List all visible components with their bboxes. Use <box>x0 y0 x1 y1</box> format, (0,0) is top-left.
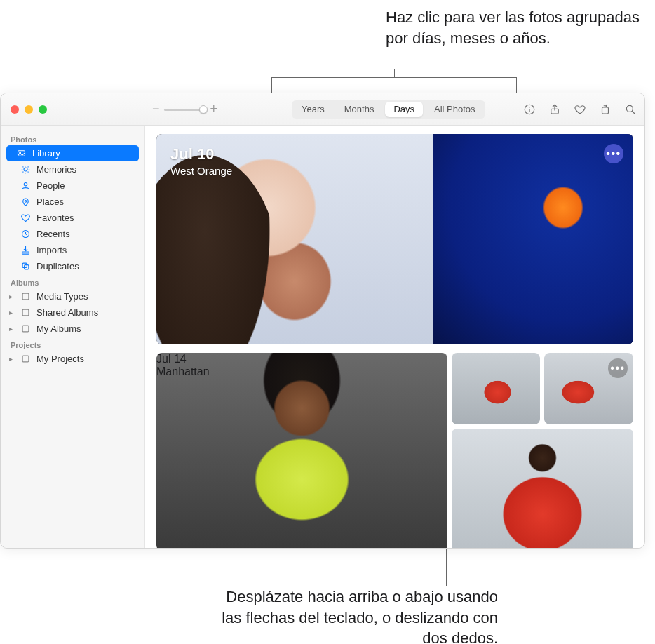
svg-rect-4 <box>602 107 609 114</box>
svg-line-6 <box>632 111 635 114</box>
photo-thumbnail[interactable] <box>452 429 633 548</box>
favorite-icon[interactable] <box>573 102 587 116</box>
sidebar-item-label: Places <box>36 196 64 207</box>
tab-days[interactable]: Days <box>385 102 423 117</box>
minimize-window-button[interactable] <box>25 105 33 114</box>
sidebar-item-favorites[interactable]: Favorites <box>1 210 144 226</box>
more-button[interactable]: ••• <box>608 358 628 378</box>
more-button[interactable]: ••• <box>604 144 623 163</box>
chevron-right-icon: ▸ <box>9 355 13 363</box>
share-icon[interactable] <box>548 102 562 116</box>
sidebar-item-label: People <box>36 180 65 191</box>
sidebar: Photos Library Memories People Places Fa… <box>1 126 145 548</box>
main-content[interactable]: Jul 10 West Orange ••• Jul 14 Manhattan <box>145 126 644 548</box>
callout-bottom-text: Desplázate hacia arriba o abajo usando l… <box>203 586 498 644</box>
sidebar-item-recents[interactable]: Recents <box>1 226 144 242</box>
svg-point-11 <box>25 201 27 203</box>
day-place: West Orange <box>170 165 232 177</box>
day-group: Jul 10 West Orange ••• <box>156 134 633 344</box>
rotate-icon[interactable] <box>598 102 612 116</box>
sidebar-item-shared-albums[interactable]: ▸ Shared Albums <box>1 304 144 321</box>
day-header: Jul 14 Manhattan <box>156 353 447 378</box>
sidebar-item-label: Library <box>32 148 60 159</box>
window-body: Photos Library Memories People Places Fa… <box>1 126 644 548</box>
traffic-lights <box>11 105 47 114</box>
zoom-slider[interactable] <box>164 108 206 111</box>
sidebar-item-label: Favorites <box>36 213 74 223</box>
callout-top-text: Haz clic para ver las fotos agrupadas po… <box>386 7 652 48</box>
sidebar-item-label: Memories <box>36 164 76 175</box>
sidebar-section-projects: Projects <box>1 337 144 351</box>
zoom-window-button[interactable] <box>39 105 47 114</box>
sidebar-item-my-albums[interactable]: ▸ My Albums <box>1 321 144 337</box>
zoom-slider-knob[interactable] <box>199 105 208 114</box>
photo-grid: ••• <box>452 353 633 548</box>
day-hero-photo[interactable]: Jul 14 Manhattan <box>156 353 447 548</box>
zoom-in-button[interactable]: + <box>210 102 218 116</box>
chevron-right-icon: ▸ <box>9 293 13 300</box>
day-hero-photo[interactable]: Jul 10 West Orange ••• <box>156 134 633 344</box>
sidebar-item-label: Duplicates <box>36 261 79 271</box>
day-date: Jul 14 <box>156 353 447 365</box>
zoom-controls: − + <box>152 102 217 116</box>
photo-thumbnail[interactable] <box>452 353 541 424</box>
svg-rect-19 <box>22 356 29 362</box>
sidebar-section-photos: Photos <box>1 131 144 145</box>
day-date: Jul 10 <box>170 145 232 163</box>
photos-window: − + Years Months Days All Photos <box>0 93 645 549</box>
chevron-right-icon: ▸ <box>9 309 13 316</box>
search-icon[interactable] <box>623 102 637 116</box>
sidebar-item-duplicates[interactable]: Duplicates <box>1 258 144 274</box>
callout-top-leader <box>271 77 517 93</box>
sidebar-item-label: Shared Albums <box>36 307 98 318</box>
sidebar-item-people[interactable]: People <box>1 177 144 194</box>
tab-years[interactable]: Years <box>292 100 335 119</box>
svg-point-9 <box>24 168 27 171</box>
sidebar-item-places[interactable]: Places <box>1 194 144 210</box>
photo-thumbnail[interactable]: ••• <box>544 353 633 424</box>
callout-bottom-leader <box>446 549 447 586</box>
sidebar-item-memories[interactable]: Memories <box>1 161 144 177</box>
svg-point-10 <box>24 182 27 185</box>
sidebar-item-label: Media Types <box>36 291 88 302</box>
svg-point-5 <box>626 105 633 112</box>
sidebar-item-library[interactable]: Library <box>6 145 139 161</box>
svg-rect-13 <box>22 252 29 254</box>
sidebar-item-media-types[interactable]: ▸ Media Types <box>1 288 144 304</box>
info-icon[interactable] <box>522 102 536 116</box>
day-group: Jul 14 Manhattan ••• <box>156 353 633 548</box>
sidebar-item-my-projects[interactable]: ▸ My Projects <box>1 351 144 367</box>
view-segmented-control: Years Months Days All Photos <box>292 100 485 119</box>
svg-rect-18 <box>22 326 29 332</box>
tab-months[interactable]: Months <box>335 100 384 119</box>
day-place: Manhattan <box>156 365 447 378</box>
day-header: Jul 10 West Orange <box>170 145 232 177</box>
svg-point-2 <box>529 107 529 107</box>
chevron-right-icon: ▸ <box>9 325 13 333</box>
sidebar-item-imports[interactable]: Imports <box>1 242 144 258</box>
close-window-button[interactable] <box>11 105 19 114</box>
zoom-out-button[interactable]: − <box>152 102 160 116</box>
svg-rect-16 <box>22 293 29 300</box>
toolbar-right <box>522 102 637 116</box>
sidebar-item-label: My Projects <box>36 354 84 364</box>
svg-rect-17 <box>22 309 29 316</box>
tab-all-photos[interactable]: All Photos <box>424 100 485 119</box>
sidebar-item-label: My Albums <box>36 323 81 334</box>
photo-thumbnail[interactable] <box>433 134 633 344</box>
window-titlebar: − + Years Months Days All Photos <box>1 93 644 126</box>
sidebar-item-label: Recents <box>36 229 70 239</box>
sidebar-section-albums: Albums <box>1 274 144 288</box>
sidebar-item-label: Imports <box>36 245 67 255</box>
